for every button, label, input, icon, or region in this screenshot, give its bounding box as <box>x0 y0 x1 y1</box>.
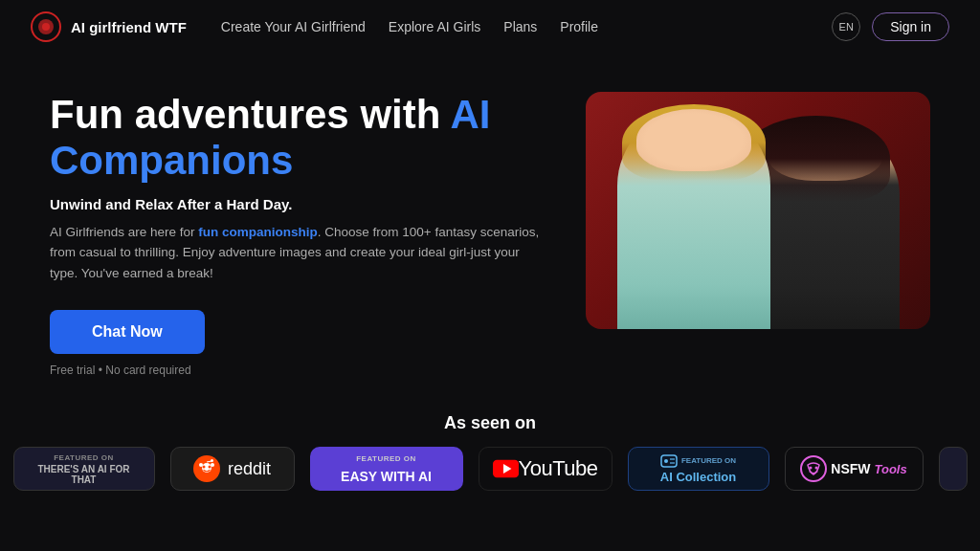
badge-reddit[interactable]: reddit <box>170 447 295 491</box>
easywith-top: FEATURED ON <box>356 454 416 463</box>
free-trial-text: Free trial • No card required <box>50 364 547 377</box>
nav-create[interactable]: Create Your AI Girlfriend <box>221 19 366 34</box>
youtube-label: YouTube <box>519 456 598 481</box>
as-seen-on-title: As seen on <box>0 413 980 433</box>
aithat-main: THERE'S AN AI FOR THAT <box>28 464 141 485</box>
svg-point-2 <box>42 23 50 31</box>
nsfw-label: NSFW <box>831 461 870 476</box>
hero-content: Fun adventures with AI Companions Unwind… <box>50 92 547 377</box>
svg-point-14 <box>664 459 668 463</box>
youtube-play-icon <box>493 458 519 479</box>
logos-row: FEATURED ON THERE'S AN AI FOR THAT reddi… <box>0 447 980 491</box>
svg-rect-13 <box>661 455 677 467</box>
nav-right: EN Sign in <box>832 12 949 41</box>
svg-point-6 <box>208 466 211 469</box>
svg-point-17 <box>801 456 826 481</box>
easywith-main: EASY WITH AI <box>341 469 432 484</box>
hero-subtitle: Unwind and Relax After a Hard Day. <box>50 196 547 212</box>
hero-figures <box>586 92 930 329</box>
hero-title: Fun adventures with AI Companions <box>50 92 547 185</box>
figure-blonde <box>617 109 770 329</box>
chat-now-button[interactable]: Chat Now <box>50 310 205 354</box>
aicollection-icon <box>660 454 678 468</box>
nav-links: Create Your AI Girlfriend Explore AI Gir… <box>221 19 805 34</box>
nav-explore[interactable]: Explore AI Girls <box>389 19 480 34</box>
brand-name: AI girlfriend WTF <box>71 19 187 35</box>
badge-easywith[interactable]: FEATURED ON EASY WITH AI <box>310 447 463 491</box>
reddit-icon <box>193 455 220 482</box>
svg-point-8 <box>211 463 214 467</box>
sign-in-button[interactable]: Sign in <box>872 12 949 41</box>
svg-point-5 <box>202 466 205 469</box>
nav-plans[interactable]: Plans <box>503 19 537 34</box>
svg-point-7 <box>199 463 203 467</box>
aicollection-main: AI Collection <box>660 470 736 484</box>
navbar: AI girlfriend WTF Create Your AI Girlfri… <box>0 0 980 54</box>
reddit-label: reddit <box>228 459 271 479</box>
hero-title-companions: Companions <box>50 138 293 183</box>
language-selector[interactable]: EN <box>832 12 860 41</box>
hero-desc-link[interactable]: fun companionship <box>198 225 318 239</box>
aithat-featured: FEATURED ON <box>54 453 114 462</box>
svg-point-10 <box>211 459 213 462</box>
logo-icon <box>31 11 61 42</box>
logo[interactable]: AI girlfriend WTF <box>31 11 187 42</box>
svg-point-18 <box>810 467 813 470</box>
nav-profile[interactable]: Profile <box>560 19 598 34</box>
hero-title-ai: AI <box>450 92 490 137</box>
hero-image <box>586 92 930 329</box>
badge-aicollection[interactable]: Featured On AI Collection <box>628 447 769 491</box>
badge-nsfw[interactable]: NSFWTools <box>785 447 924 491</box>
aicollection-header: Featured On <box>660 454 736 468</box>
nsfw-tools-label: Tools <box>875 462 907 476</box>
nsfw-icon <box>800 455 827 482</box>
badge-aithat[interactable]: FEATURED ON THERE'S AN AI FOR THAT <box>13 447 155 491</box>
svg-point-19 <box>815 467 818 470</box>
hero-title-text1: Fun adventures with <box>50 92 450 137</box>
badge-youtube[interactable]: YouTube <box>479 447 612 491</box>
aicollection-featured: Featured On <box>681 456 736 465</box>
figure-dark <box>751 123 900 329</box>
badge-partial <box>939 447 968 491</box>
hero-description: AI Girlfriends are here for fun companio… <box>50 222 547 284</box>
hero-desc-plain: AI Girlfriends are here for <box>50 225 198 239</box>
as-seen-on-section: As seen on FEATURED ON THERE'S AN AI FOR… <box>0 396 980 502</box>
hero-section: Fun adventures with AI Companions Unwind… <box>0 54 980 396</box>
